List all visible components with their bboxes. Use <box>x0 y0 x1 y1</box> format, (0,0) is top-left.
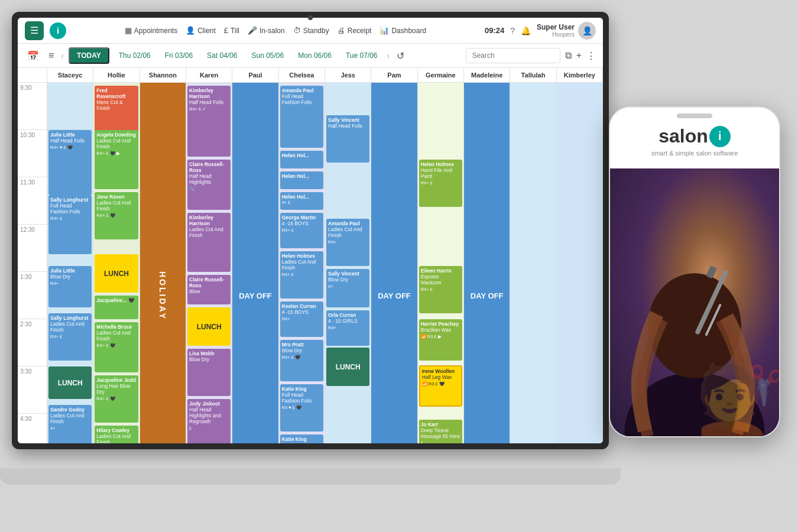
col-header-paul: Paul <box>232 68 278 82</box>
list-view-icon[interactable]: ≡ <box>46 48 56 63</box>
col-header-staceyc: Staceyc <box>47 68 93 82</box>
notifications-icon[interactable]: 🔔 <box>521 26 531 35</box>
user-location: Hoopers <box>537 31 575 38</box>
add-icon[interactable]: + <box>576 50 582 61</box>
chelsea-appt-katieking1[interactable]: Katie King Full Head Fashion Foils R4 ♥ … <box>280 384 323 432</box>
col-header-tallulah: Tallulah <box>510 68 556 82</box>
nav-receipt[interactable]: 🖨 Receipt <box>338 26 372 35</box>
chelsea-appt-helen1[interactable]: Helen Hol... <box>280 151 323 168</box>
karen-column: Kimberley Harrison Half Head Foils R4+ £… <box>186 83 232 443</box>
app-logo: i <box>50 22 66 39</box>
prev-period-button[interactable]: ‹ <box>61 51 64 60</box>
shannon-holiday: HOLIDAY <box>140 83 186 443</box>
app-header: ☰ i ▦ Appointments 👤 Client £ Till <box>18 18 603 44</box>
next-period-button[interactable]: › <box>387 51 390 60</box>
chelsea-appt-helen3[interactable]: Helen Hol... 4+ £ <box>280 192 323 210</box>
col-header-karen: Karen <box>186 68 232 82</box>
dashboard-icon: 📊 <box>379 26 389 35</box>
germaine-appt-jo1[interactable]: Jo Karr Deep Tissue Massage 55 mins £ <box>419 420 462 443</box>
nav-appointments[interactable]: ▦ Appointments <box>125 26 177 35</box>
shannon-column: HOLIDAY <box>140 83 186 443</box>
date-sat[interactable]: Sat 04/06 <box>202 49 242 62</box>
staceyc-appt-juliehalf[interactable]: Julie Little Half Head Foils R4+ ♥ £ 🖤 <box>48 130 92 195</box>
search-input[interactable] <box>466 48 560 63</box>
staceyc-appt-sallyladies[interactable]: Sally Longhurst Ladies Cut And Finish R4… <box>48 313 92 361</box>
help-icon[interactable]: ? <box>510 26 515 35</box>
jess-appt-sally1[interactable]: Sally Vincent Half Head Foils <box>326 115 369 163</box>
jess-appt-orla[interactable]: Orla Curran 4 - 15 GIRLS R4+ <box>326 310 369 346</box>
date-mon[interactable]: Mon 06/06 <box>293 49 336 62</box>
today-button[interactable]: TODAY <box>69 47 109 64</box>
calendar-grid: Staceyc Hollie Shannon Karen Paul Chelse… <box>18 68 603 443</box>
chelsea-column: Amanda Paul Full Head Fashion Foils Hele… <box>279 83 325 443</box>
chelsea-appt-keelan[interactable]: Keelan Curran 4 -15 BOYS R4+ <box>280 301 323 337</box>
insalon-icon: 🎤 <box>248 26 257 35</box>
copy-icon[interactable]: ⧉ <box>565 50 572 61</box>
nav-till[interactable]: £ Till <box>224 26 239 35</box>
time-col-header <box>18 68 47 82</box>
date-navigation: Thu 02/06 Fri 03/06 Sat 04/06 Sun 05/06 … <box>114 49 382 62</box>
date-tue[interactable]: Tue 07/06 <box>341 49 382 62</box>
date-thu[interactable]: Thu 02/06 <box>114 49 155 62</box>
laptop-base <box>0 468 621 485</box>
col-header-germaine: Germaine <box>418 68 464 82</box>
chelsea-appt-katieking2[interactable]: Katie King <box>280 434 323 443</box>
hollie-appt-jane[interactable]: Jane Raven Ladies Cut And Finish R4+ £ 🖤 <box>95 192 138 239</box>
madeleine-column: DAY OFF <box>464 83 510 443</box>
chelsea-appt-helen2[interactable]: Helen Hol... <box>280 171 323 189</box>
hollie-appt-jacqueline1[interactable]: Jacqueline... 🖤 <box>95 296 138 319</box>
search-area: ⧉ + ⋮ <box>466 48 596 63</box>
hollie-appt-angela[interactable]: Angela Dowding Ladies Cut And Finish R4+… <box>95 130 138 189</box>
date-fri[interactable]: Fri 03/06 <box>160 49 197 62</box>
phone-logo-area: salon i smart & simple salon software <box>651 125 738 157</box>
col-header-chelsea: Chelsea <box>279 68 325 82</box>
chelsea-appt-mrspratt[interactable]: Mrs Pratt Blow Dry R4+ £ 🖤 <box>280 340 323 381</box>
chelsea-appt-amanda[interactable]: Amanda Paul Full Head Fashion Foils <box>280 86 323 148</box>
chelsea-appt-george[interactable]: George Martin 4 -15 BOYS R4+ £ <box>280 213 323 248</box>
staceyc-appt-sallyfull[interactable]: Sally Longhurst Full Head Fashion Foils … <box>48 195 92 254</box>
karen-appt-kimberley[interactable]: Kimberley Harrison Half Head Foils R4+ £… <box>187 86 231 157</box>
karen-appt-lisa[interactable]: Lisa Webb Blow Dry <box>187 349 231 396</box>
karen-appt-claire2[interactable]: Claire Russell-Ross Blow <box>187 275 231 304</box>
chelsea-appt-helenholmes[interactable]: Helen Holmes Ladies Cut And Finish R4+ £ <box>280 251 323 299</box>
germaine-appt-harriet[interactable]: Harriet Peachey Brazilian Wax 📶 R3 £ ▶ <box>419 319 462 361</box>
calendar-scroll-body[interactable]: 9:30 10:30 11:30 12:30 1:30 2:30 3:30 4:… <box>18 83 603 443</box>
karen-appt-claire[interactable]: Claire Russell-Ross Half Head Highlights… <box>187 160 231 210</box>
tallulah-column <box>510 83 556 443</box>
user-profile[interactable]: Super User Hoopers 👤 <box>537 22 596 40</box>
calendar-icon[interactable]: 📅 <box>25 48 41 64</box>
avatar: 👤 <box>578 22 596 40</box>
laptop-bezel: ☰ i ▦ Appointments 👤 Client £ Till <box>12 12 609 449</box>
karen-appt-jody[interactable]: Jody Jiskoot Half Head Highlights and Re… <box>187 399 231 443</box>
germaine-appt-irene[interactable]: Irene Woollen Half Leg Wax 📶 R3 £ 🖤 <box>419 365 462 407</box>
main-navigation: ▦ Appointments 👤 Client £ Till 🎤 In-salo… <box>70 26 481 35</box>
nav-dashboard[interactable]: 📊 Dashboard <box>379 26 426 35</box>
col-header-madeleine: Madeleine <box>464 68 510 82</box>
more-icon[interactable]: ⋮ <box>586 50 596 61</box>
staceyc-appt-julieblow[interactable]: Julie Little Blow Dry R4+ <box>48 266 92 307</box>
hamburger-menu[interactable]: ☰ <box>25 21 44 40</box>
nav-client[interactable]: 👤 Client <box>186 26 216 35</box>
kimberley-column <box>557 83 603 443</box>
col-header-pam: Pam <box>371 68 417 82</box>
calendar-toolbar: 📅 ≡ ‹ TODAY Thu 02/06 Fri 03/06 Sat 04/0… <box>18 44 603 68</box>
hollie-appt-michelle[interactable]: Michelle Bruce Ladies Cut And Finish R4+… <box>95 322 138 372</box>
time-1030: 10:30 <box>18 130 47 177</box>
time-230: 2:30 <box>18 319 47 366</box>
nav-insalon[interactable]: 🎤 In-salon <box>248 26 285 35</box>
current-time: 09:24 <box>485 26 504 35</box>
hollie-appt-hilary[interactable]: Hilary Cowley Ladies Cut And Finish R4+ … <box>95 426 138 443</box>
date-sun[interactable]: Sun 05/06 <box>246 49 288 62</box>
karen-appt-kimberleyh[interactable]: Kimberley Harrison Ladies Cut And Finish <box>187 213 231 272</box>
germaine-appt-helen[interactable]: Helen Holmes Hand File And Paint R4+ £ <box>419 160 462 207</box>
jess-appt-amanda[interactable]: Amanda Paul Ladies Cut And Finish R4+ <box>326 219 369 266</box>
staceyc-slot-930[interactable] <box>47 83 93 130</box>
hollie-appt-jacqueline2[interactable]: Jacqueline Judd Long Hair Blow Dry R4+ £… <box>95 375 138 423</box>
hair-svg <box>610 168 779 436</box>
refresh-icon[interactable]: ↺ <box>394 48 407 64</box>
germaine-appt-eileen[interactable]: Eileen Harris Express Manicure R4+ £ <box>419 266 462 313</box>
salon-i-badge: i <box>709 126 731 147</box>
staceyc-appt-sandre[interactable]: Sandre Godoy Ladies Cut And Finish 4+ <box>48 405 92 443</box>
jess-appt-sallyblow[interactable]: Sally Vincent Blow Dry 4+ <box>326 269 369 307</box>
nav-standby[interactable]: ⏱ Standby <box>293 26 329 35</box>
